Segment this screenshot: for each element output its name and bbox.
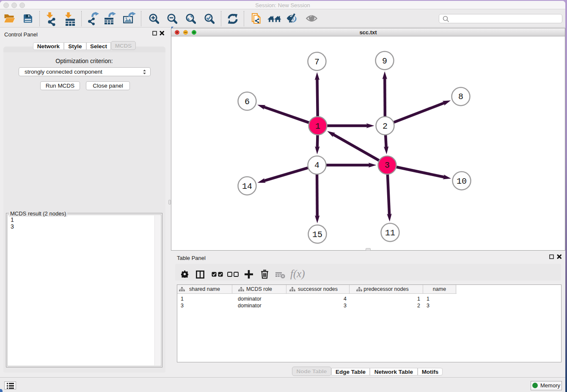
svg-text:9: 9 [382, 56, 387, 66]
svg-text:14: 14 [242, 182, 252, 191]
svg-text:7: 7 [314, 57, 319, 67]
svg-text:11: 11 [385, 228, 395, 238]
svg-text:15: 15 [312, 230, 322, 240]
svg-text:1: 1 [315, 121, 320, 131]
svg-text:4: 4 [314, 160, 319, 170]
svg-text:2: 2 [383, 121, 388, 131]
svg-text:10: 10 [457, 177, 467, 186]
svg-text:6: 6 [245, 97, 250, 107]
svg-text:3: 3 [385, 160, 390, 170]
svg-text:8: 8 [458, 92, 463, 102]
